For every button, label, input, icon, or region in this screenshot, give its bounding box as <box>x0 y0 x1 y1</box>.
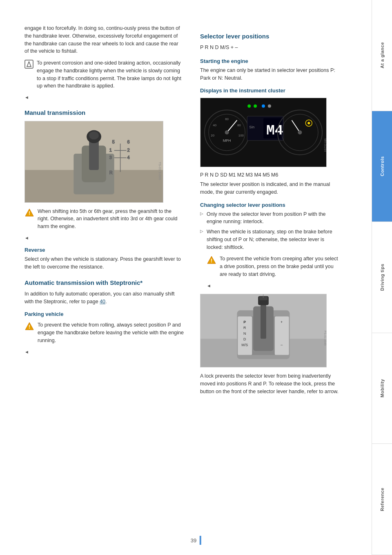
svg-text:1: 1 <box>109 148 112 152</box>
page-number-area: 39 <box>191 536 201 545</box>
sidebar-section-reference[interactable]: Reference <box>372 444 392 555</box>
main-content: engage it too forcefully. In doing so, c… <box>0 0 372 555</box>
svg-text:2: 2 <box>127 148 130 152</box>
sidebar-label-mobility: Mobility <box>380 379 385 398</box>
warning-box-gearshift: ! When shifting into 5th or 6th gear, pr… <box>24 208 184 231</box>
svg-point-43 <box>307 122 310 124</box>
warning-text-creeping: To prevent the vehicle from creeping aft… <box>220 255 339 278</box>
selector-lever-heading: Selector lever positions <box>200 33 339 40</box>
svg-text:5: 5 <box>112 139 115 144</box>
svg-text:TS-01 3-000: TS-01 3-000 <box>158 162 162 180</box>
svg-text:3: 3 <box>109 155 112 160</box>
starting-engine-text: The engine can only be started in select… <box>200 67 339 82</box>
bullet-arrow-2: ▷ <box>200 229 203 233</box>
svg-point-48 <box>262 105 265 108</box>
note-box-corrosion: To prevent corrosion and one-sided braki… <box>24 59 184 90</box>
svg-text:20: 20 <box>211 134 214 137</box>
svg-text:4: 4 <box>127 155 130 160</box>
svg-text:PS-01 2345: PS-01 2345 <box>324 331 326 346</box>
note-icon <box>24 60 33 69</box>
instrument-cluster-image: 60 80 100 40 20 MPH <box>200 98 327 167</box>
warning-text-gearshift: When shifting into 5th or 6th gear, pres… <box>38 208 184 231</box>
svg-text:+: + <box>281 320 283 324</box>
warning-triangle-icon: ! <box>24 208 34 218</box>
parking-vehicle-subheading: Parking vehicle <box>24 311 184 317</box>
sidebar: At a glance Controls Driving tips Mobili… <box>372 0 392 555</box>
instrument-description: The selector lever position is indicated… <box>200 181 339 196</box>
page-number: 39 <box>191 537 196 544</box>
warning-box-parking: ! To prevent the vehicle from rolling, a… <box>24 321 184 344</box>
automatic-transmission-heading: Automatic transmission with Steptronic* <box>24 279 184 286</box>
manual-transmission-section: Manual transmission <box>24 109 184 271</box>
svg-text:40: 40 <box>213 123 216 127</box>
warning-box-creeping: ! To prevent the vehicle from creeping a… <box>207 255 339 278</box>
svg-text:!: ! <box>29 324 30 330</box>
reverse-subheading: Reverse <box>24 247 184 253</box>
automatic-transmission-section: Automatic transmission with Steptronic* … <box>24 279 184 355</box>
svg-text:↓: ↓ <box>262 294 265 299</box>
svg-text:6: 6 <box>127 139 130 144</box>
svg-point-33 <box>225 130 229 134</box>
warning-triangle-icon-3: ! <box>207 255 216 265</box>
svg-text:P: P <box>243 320 246 324</box>
svg-text:MPH: MPH <box>223 139 231 143</box>
svg-point-45 <box>298 130 302 134</box>
right-column: Selector lever positions P R N D M/S + –… <box>196 25 339 530</box>
svg-point-49 <box>268 105 271 108</box>
sidebar-label-reference: Reference <box>380 488 385 511</box>
bullet-text-2: When the vehicle is stationary, step on … <box>207 228 339 251</box>
sidebar-label-at-a-glance: At a glance <box>380 42 385 68</box>
sidebar-label-controls: Controls <box>380 156 385 176</box>
bullet-arrow-1: ▷ <box>200 211 203 216</box>
instrument-cluster-heading: Displays in the instrument cluster <box>200 87 339 94</box>
svg-text:M/S: M/S <box>241 343 248 347</box>
sidebar-section-controls[interactable]: Controls <box>372 111 392 222</box>
parking-warning-text: To prevent the vehicle from rolling, alw… <box>38 321 184 344</box>
starting-engine-heading: Starting the engine <box>200 58 339 64</box>
svg-marker-1 <box>27 62 31 67</box>
selector-positions: P R N D M/S + – <box>200 44 339 51</box>
back-arrow-2: ◄ <box>24 235 184 242</box>
sidebar-section-at-a-glance[interactable]: At a glance <box>372 0 392 111</box>
sidebar-label-driving-tips: Driving tips <box>380 264 385 291</box>
svg-text:–: – <box>281 343 283 347</box>
svg-text:MH-01234: MH-01234 <box>324 139 326 152</box>
manual-transmission-heading: Manual transmission <box>24 109 184 116</box>
back-arrow-4: ◄ <box>207 282 339 289</box>
svg-point-47 <box>254 105 257 108</box>
left-column: engage it too forcefully. In doing so, c… <box>24 25 196 530</box>
svg-text:R: R <box>243 326 246 330</box>
intro-paragraph: engage it too forcefully. In doing so, c… <box>24 25 184 55</box>
svg-text:80: 80 <box>237 123 241 127</box>
warning-triangle-icon-2: ! <box>24 322 34 331</box>
page-bar <box>200 536 201 545</box>
auto-selector-image: ↓ P R N D M/S + – PS-01 2345 <box>200 294 327 367</box>
reverse-text: Select only when the vehicle is stationa… <box>24 255 184 271</box>
bullet-text-1: Only move the selector lever from positi… <box>207 210 339 226</box>
svg-text:100: 100 <box>238 134 244 137</box>
bullet-item-1: ▷ Only move the selector lever from posi… <box>200 210 339 226</box>
back-arrow-1: ◄ <box>24 94 184 101</box>
svg-text:N: N <box>243 331 246 336</box>
svg-text:Sin: Sin <box>249 125 254 129</box>
bullet-item-2: ▷ When the vehicle is stationary, step o… <box>200 228 339 251</box>
page-container: engage it too forcefully. In doing so, c… <box>0 0 392 555</box>
back-arrow-3: ◄ <box>24 349 184 356</box>
sidebar-section-mobility[interactable]: Mobility <box>372 333 392 444</box>
svg-text:60: 60 <box>225 117 229 121</box>
svg-point-8 <box>89 131 99 139</box>
lock-description: A lock prevents the selector lever from … <box>200 372 339 395</box>
svg-text:R: R <box>109 170 113 175</box>
sidebar-section-driving-tips[interactable]: Driving tips <box>372 222 392 333</box>
svg-point-46 <box>247 105 251 108</box>
instrument-positions-text: P R N D SD M1 M2 M3 M4 M5 M6 <box>200 171 339 179</box>
manual-transmission-image: 1 2 3 4 5 6 R TS-01 3-000 <box>24 121 163 203</box>
svg-text:!: ! <box>211 258 212 264</box>
page-40-link[interactable]: 40 <box>100 299 105 304</box>
note-text-corrosion: To prevent corrosion and one-sided braki… <box>37 59 184 90</box>
changing-positions-heading: Changing selector lever positions <box>200 202 339 208</box>
svg-text:D: D <box>243 337 246 341</box>
svg-text:!: ! <box>29 210 30 216</box>
auto-intro-text: In addition to fully automatic operation… <box>24 290 184 306</box>
svg-text:M: M <box>266 123 275 139</box>
